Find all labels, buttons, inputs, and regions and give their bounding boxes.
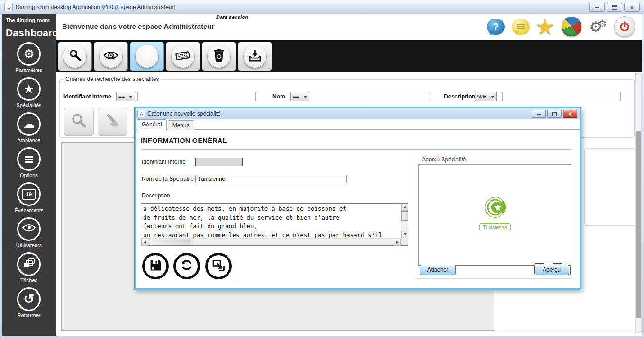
search-criteria-title: Critères de recherche des spécialités [63,76,161,82]
maximize-icon [612,5,617,10]
window-titlebar: Dinning room desktop Application V1.0 (E… [0,0,644,14]
specialite-logo [482,196,508,222]
sidebar: The dinning room Dashboard ⚙ Paramètres … [2,14,56,336]
scrollbar-thumb[interactable] [150,239,191,245]
specialite-preview-area: Tunisienne [418,164,571,266]
identifiant-search-input[interactable] [137,92,256,101]
description-label: Description [444,93,475,100]
triangle-right-icon [396,241,399,244]
star-icon: ★ [23,83,34,95]
sidebar-item-retourner[interactable]: ↺ Retourner [17,287,41,318]
undo-icon: ↺ [23,293,34,306]
chevron-down-icon [129,96,133,98]
maximize-button[interactable] [607,3,622,12]
logout-button[interactable] [614,16,635,37]
stats-button[interactable] [561,16,582,37]
apercu-specialite-group: Aperçu Spécialité Tunisienne Attacher Ap… [416,160,574,279]
sidebar-item-evenements[interactable]: 19 Événements [14,182,43,213]
minimize-button[interactable] [589,3,605,12]
toolbar-delete-button[interactable] [202,42,236,71]
identifiant-operator-combo[interactable]: == [116,92,135,101]
help-button[interactable]: ? [485,16,507,37]
dialog-titlebar: Créer une nouvelle spécialité × [136,108,580,119]
welcome-text: Bienvenue dans votre espace Administrate… [62,22,214,30]
favorites-icon: ★ [535,16,554,37]
tab-general[interactable]: Général [137,119,167,130]
refresh-button[interactable] [173,253,200,279]
scrollbar-thumb[interactable] [636,131,641,318]
sidebar-item-specialites[interactable]: ★ Spécialités [16,77,41,108]
keyboard-icon [175,49,191,64]
side-preview-panel [584,148,636,226]
java-app-icon [137,110,145,117]
sidebar-item-options[interactable]: ≡ Options [17,147,41,178]
triangle-left-icon [144,241,146,244]
close-button[interactable]: × [624,3,640,12]
export-button[interactable] [205,253,232,279]
clear-search-button[interactable] [98,108,127,136]
close-icon: × [569,111,571,116]
java-app-icon [4,3,13,11]
description-operator-combo[interactable]: %% [475,92,497,101]
pie-chart-icon [562,17,581,36]
settings-button[interactable]: ⚙⚙ [587,16,609,37]
triangle-up-icon [404,206,407,208]
nom-specialite-field[interactable] [195,175,347,183]
toolbar-view-button[interactable] [94,42,128,71]
comments-icon [512,19,530,35]
description-search-input[interactable] [502,92,621,101]
dialog-close-button[interactable]: × [563,110,577,118]
nom-operator-combo[interactable]: == [290,92,309,101]
toolbar-import-button[interactable] [238,42,272,71]
clear-broom-icon [104,113,121,132]
apercu-specialite-title: Aperçu Spécialité [420,156,468,163]
scroll-down-button[interactable] [401,231,408,238]
scroll-up-button[interactable] [401,204,408,211]
minimize-icon [537,114,541,115]
scrollbar-thumb[interactable] [401,211,408,221]
save-icon [149,259,162,274]
toolbar-search-button[interactable] [58,42,92,71]
window-frame: Dinning room desktop Application V1.0 (E… [0,0,644,338]
apercu-button[interactable]: Aperçu [534,265,569,275]
toolbar-new-button[interactable] [130,42,164,71]
nom-label: Nom [272,93,285,100]
search-submit-button[interactable] [64,108,94,136]
description-textarea[interactable]: a délicatesse des mets, en majorité à ba… [141,203,408,246]
dialog-maximize-button[interactable] [547,110,562,118]
scroll-right-button[interactable] [394,239,401,246]
sidebar-item-utilisateurs[interactable]: Utilisateurs [16,217,42,248]
dialog-minimize-button[interactable] [532,110,546,118]
blank-circle [136,45,158,68]
refresh-icon [180,258,193,274]
textarea-horizontal-scrollbar[interactable] [141,238,401,245]
toolbar-edit-button[interactable] [166,42,200,71]
chevron-down-icon [490,96,494,98]
gear-icon: ⚙ [23,48,34,60]
settings-gears-icon: ⚙⚙ [590,19,607,34]
scroll-left-button[interactable] [141,239,148,246]
sidebar-item-taches[interactable]: Tâches [17,252,41,283]
save-button[interactable] [142,253,169,279]
trash-icon [212,48,226,64]
sidebar-item-parametres[interactable]: ⚙ Paramètres [16,42,43,73]
tab-divider [136,129,580,130]
identifiant-interne-label: Identifiant interne [63,93,111,100]
favorites-button[interactable]: ★ [534,16,556,37]
nom-specialite-field-label: Nom de la Spécialité [142,176,194,182]
section-title: INFORMATION GÉNÉRAL [141,137,227,144]
bottom-separator [58,333,642,333]
sidebar-item-ambiance[interactable]: ☁ Ambiance [17,112,41,143]
comments-button[interactable] [510,16,532,37]
search-icon [71,113,88,132]
date-session-label: Date session [216,14,248,20]
tab-menus[interactable]: Menus [168,120,194,130]
button-separator [236,251,236,283]
textarea-vertical-scrollbar[interactable] [401,204,408,238]
attacher-button[interactable]: Attacher [420,265,456,275]
dialog-title: Créer une nouvelle spécialité [147,110,221,117]
nom-search-input[interactable] [313,92,431,101]
main-vertical-scrollbar[interactable] [635,73,642,333]
power-icon [614,16,635,37]
logo-label: Tunisienne [479,223,511,231]
